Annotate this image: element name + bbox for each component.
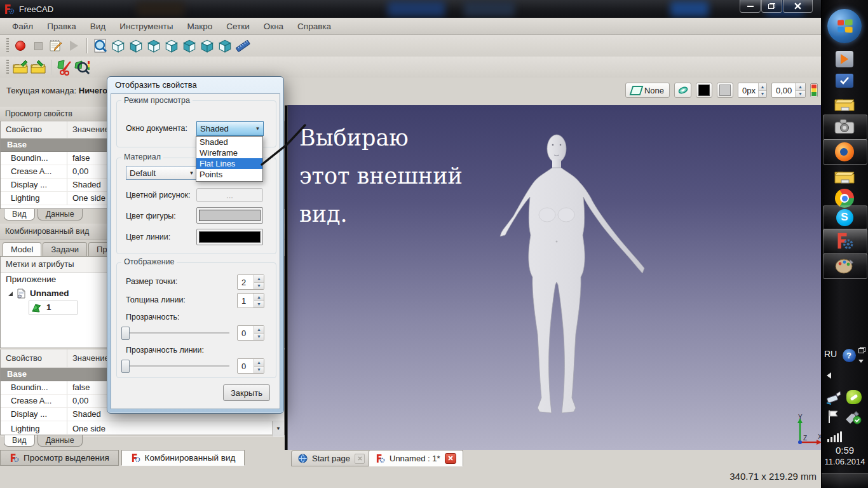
shape-color-button[interactable] xyxy=(196,207,263,224)
dock-tab-selection-view[interactable]: Просмотр выделения xyxy=(0,450,119,466)
cut-mesh-button[interactable] xyxy=(56,58,74,76)
phone-app-tray-icon[interactable] xyxy=(846,389,862,405)
tab-data[interactable]: Данные xyxy=(37,435,83,447)
offset-spinbox[interactable]: 0,00 ▲▼ xyxy=(771,83,806,98)
run-macro-button[interactable] xyxy=(65,37,83,55)
mannequin-model[interactable] xyxy=(499,126,649,424)
language-indicator[interactable]: RU xyxy=(824,349,837,359)
minimize-button[interactable] xyxy=(740,0,761,13)
folder-icon[interactable] xyxy=(833,166,856,186)
stop-macro-button[interactable] xyxy=(29,37,47,55)
color-plot-button[interactable]: ... xyxy=(196,188,263,202)
dropdown-item-wireframe[interactable]: Wireframe xyxy=(196,147,262,158)
line-transparency-slider[interactable] xyxy=(121,360,229,372)
face-color-swatch-button[interactable] xyxy=(717,83,733,98)
column-value[interactable]: Значение xyxy=(67,121,109,138)
menu-macro[interactable]: Макро xyxy=(180,22,219,31)
document-window-label: Окно документа: xyxy=(126,124,187,133)
draw-style-button[interactable] xyxy=(674,83,691,98)
menu-view[interactable]: Вид xyxy=(83,22,112,31)
material-combobox[interactable]: Default ▼ xyxy=(126,166,198,180)
dock-tab-combo-view[interactable]: Комбинированный вид xyxy=(121,450,245,466)
view-right-button[interactable] xyxy=(163,37,180,55)
import-mesh-button[interactable] xyxy=(29,58,47,76)
action-center-flag-icon[interactable] xyxy=(826,409,841,424)
menu-meshes[interactable]: Сетки xyxy=(219,22,256,31)
line-color-button[interactable] xyxy=(196,229,263,245)
clock-date[interactable]: 11.06.2014 xyxy=(822,457,868,466)
slider-handle[interactable] xyxy=(121,360,130,373)
restore-windows-tray-icon[interactable] xyxy=(858,346,865,354)
tab-close-icon[interactable] xyxy=(355,454,365,464)
spinner-arrows[interactable]: ▲▼ xyxy=(254,275,264,289)
show-desktop-button[interactable] xyxy=(822,473,868,488)
menu-windows[interactable]: Окна xyxy=(257,22,290,31)
view-axonometric-button[interactable] xyxy=(109,37,127,55)
column-property[interactable]: Свойство xyxy=(1,121,67,138)
transparency-slider[interactable] xyxy=(121,327,229,339)
stereo-colors-icon[interactable] xyxy=(810,83,818,97)
menu-help[interactable]: Справка xyxy=(290,22,338,31)
dropdown-item-shaded[interactable]: Shaded xyxy=(196,137,262,147)
menu-tools[interactable]: Инструменты xyxy=(112,22,180,31)
tray-dropdown-chevron-icon[interactable] xyxy=(858,360,864,363)
tab-tasks[interactable]: Задачи xyxy=(43,242,87,256)
restore-button[interactable] xyxy=(761,0,782,13)
titlebar[interactable]: FreeCAD xyxy=(0,0,822,18)
notes-app-icon[interactable] xyxy=(835,73,854,88)
lighting-combo-arrow[interactable]: ▼ xyxy=(272,421,284,437)
spinner-arrows[interactable]: ▲▼ xyxy=(254,359,264,373)
close-dialog-button[interactable]: Закрыть xyxy=(223,384,270,401)
export-mesh-button[interactable] xyxy=(11,58,29,76)
tab-model[interactable]: Model xyxy=(3,242,41,256)
toolbar-handle[interactable] xyxy=(6,60,9,75)
tab-close-icon-active[interactable] xyxy=(445,453,456,464)
tab-data[interactable]: Данные xyxy=(37,209,83,220)
view-bottom-button[interactable] xyxy=(198,37,216,55)
spinner-arrows[interactable]: ▲▼ xyxy=(254,326,264,340)
line-width-spinbox[interactable]: 1 ▲▼ xyxy=(237,293,264,308)
edit-macro-button[interactable] xyxy=(47,37,65,55)
network-signal-icon[interactable] xyxy=(827,431,842,442)
record-macro-button[interactable] xyxy=(11,37,29,55)
dropdown-item-flat-lines[interactable]: Flat Lines xyxy=(196,158,262,169)
fit-all-button[interactable] xyxy=(92,37,109,55)
view-left-button[interactable] xyxy=(216,37,234,55)
column-property[interactable]: Свойство xyxy=(1,349,67,367)
spinner-arrows[interactable]: ▲▼ xyxy=(795,83,805,97)
view-front-button[interactable] xyxy=(127,37,145,55)
usb-device-tray-icon[interactable] xyxy=(844,410,862,424)
help-tray-icon[interactable]: ? xyxy=(842,348,856,362)
tab-view[interactable]: Вид xyxy=(4,435,35,447)
transparency-spinbox[interactable]: 0 ▲▼ xyxy=(237,325,264,341)
spinner-arrows[interactable]: ▲▼ xyxy=(758,83,766,97)
expander-icon[interactable] xyxy=(8,292,13,296)
menu-file[interactable]: Файл xyxy=(5,22,40,31)
explorer-folder-icon[interactable] xyxy=(833,94,856,113)
column-value[interactable]: Значение xyxy=(67,349,109,367)
line-color-swatch-button[interactable] xyxy=(696,83,712,98)
view-top-button[interactable] xyxy=(145,37,163,55)
clock-time[interactable]: 0:59 xyxy=(822,445,868,456)
hidden-icons-arrow[interactable] xyxy=(827,372,831,379)
close-button[interactable] xyxy=(783,0,813,13)
line-width-spinbox[interactable]: 0px ▲▼ xyxy=(738,83,767,98)
spinner-arrows[interactable]: ▲▼ xyxy=(254,294,264,308)
mdi-tab-start-page[interactable]: Start page xyxy=(291,451,372,466)
mdi-tab-document[interactable]: Unnamed : 1* xyxy=(369,450,463,466)
slider-handle[interactable] xyxy=(121,327,130,340)
start-orb[interactable] xyxy=(827,9,862,43)
3d-viewport[interactable]: Выбираю этот внешний вид. xyxy=(287,105,822,450)
toolbar-handle[interactable] xyxy=(6,38,9,53)
media-player-icon[interactable] xyxy=(834,50,855,69)
tab-view[interactable]: Вид xyxy=(4,209,35,220)
point-size-spinbox[interactable]: 2 ▲▼ xyxy=(237,274,264,290)
measure-distance-button[interactable] xyxy=(234,37,252,55)
line-transparency-spinbox[interactable]: 0 ▲▼ xyxy=(237,358,264,374)
view-rear-button[interactable] xyxy=(180,37,198,55)
dropdown-item-points[interactable]: Points xyxy=(196,169,262,180)
menu-edit[interactable]: Правка xyxy=(40,22,83,31)
selection-mode-button[interactable]: None xyxy=(625,83,670,98)
mesh-info-button[interactable] xyxy=(74,58,92,76)
pen-input-tray-icon[interactable] xyxy=(825,389,842,405)
